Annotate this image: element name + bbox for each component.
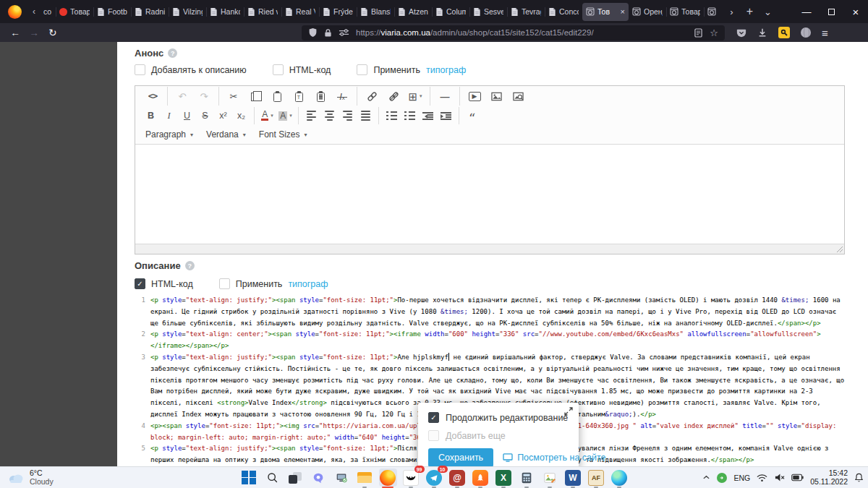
taskbar-telegram-icon[interactable]: 10 — [425, 468, 443, 487]
expand-icon[interactable] — [564, 406, 573, 419]
typograf-link[interactable]: типограф — [288, 279, 328, 289]
save-button[interactable]: Сохранить — [428, 448, 493, 466]
image-tools-button[interactable] — [507, 88, 529, 104]
browser-tab[interactable]: Hanko — [206, 3, 244, 21]
outdent-button[interactable] — [419, 108, 437, 124]
view-on-site-link[interactable]: Посмотреть на сайте — [503, 453, 605, 463]
tab-scroll-left-icon[interactable]: ‹ — [27, 7, 41, 17]
checkbox-box[interactable] — [357, 64, 367, 75]
table-button[interactable]: ⊞▾ — [404, 88, 426, 104]
checkbox-box[interactable]: ✓ — [135, 278, 145, 289]
lock-icon[interactable] — [324, 28, 332, 38]
weather-widget[interactable]: 6°C Cloudy — [7, 469, 54, 486]
taskbar-apporange-icon[interactable] — [472, 468, 490, 487]
backcolor-button[interactable]: A▾ — [276, 108, 294, 124]
cut-button[interactable]: ✂ — [223, 88, 244, 104]
forecolor-button[interactable]: A▾ — [258, 108, 276, 124]
taskbar-pc-icon[interactable] — [333, 468, 351, 487]
minimize-button[interactable]: — — [794, 0, 819, 23]
notification-bell-icon[interactable] — [854, 473, 864, 482]
remove-format-button[interactable]: Ix — [331, 88, 353, 104]
firefox-logo-icon[interactable] — [8, 5, 22, 19]
extension-globe-icon[interactable] — [801, 27, 811, 38]
underline-button[interactable]: U — [178, 108, 196, 124]
add-more-checkbox[interactable] — [428, 430, 439, 441]
browser-tab[interactable]: Footb — [93, 3, 131, 21]
font-select[interactable]: Verdana▾ — [206, 129, 246, 140]
forward-button[interactable]: → — [25, 25, 43, 40]
editor-body[interactable] — [135, 145, 844, 244]
bookmark-star-icon[interactable]: ☆ — [710, 27, 718, 38]
browser-tab[interactable]: Radni — [131, 3, 169, 21]
copy-button[interactable] — [244, 88, 266, 104]
taskbar-chat-icon[interactable] — [310, 468, 328, 487]
reader-mode-icon[interactable] — [694, 28, 702, 38]
taskbar-appred-icon[interactable]: @ — [448, 468, 467, 487]
browser-tab[interactable]: Тов× — [582, 3, 629, 21]
taskbar-start-icon[interactable] — [240, 468, 258, 487]
hr-button[interactable]: — — [434, 88, 456, 104]
close-button[interactable]: × — [843, 0, 868, 23]
source-code-button[interactable]: <> — [142, 88, 163, 104]
align-right-button[interactable] — [339, 108, 357, 124]
tab-scroll-right-icon[interactable]: › — [723, 2, 741, 21]
tracking-shield-icon[interactable] — [308, 27, 318, 38]
list-ul-button[interactable] — [401, 108, 419, 124]
taskbar-excel-icon[interactable]: X — [495, 468, 513, 487]
apply-typograf-checkbox[interactable]: Применить типограф — [357, 64, 466, 75]
continue-editing-checkbox[interactable]: ✓ — [428, 412, 439, 423]
browser-tab[interactable]: Blansk — [357, 3, 394, 21]
downloads-icon[interactable] — [757, 27, 767, 38]
pocket-icon[interactable] — [736, 27, 746, 38]
bold-button[interactable]: B — [142, 108, 160, 124]
password-extension-icon[interactable] — [778, 27, 790, 38]
browser-tab[interactable]: Real V — [281, 3, 319, 21]
format-select[interactable]: Paragraph▾ — [145, 129, 193, 140]
checkbox-box[interactable] — [219, 278, 230, 289]
indent-button[interactable] — [437, 108, 455, 124]
maximize-button[interactable] — [819, 0, 843, 23]
redo-button[interactable]: ↷ — [193, 88, 215, 104]
align-justify-button[interactable] — [357, 108, 375, 124]
unlink-button[interactable] — [383, 88, 404, 104]
browser-tab[interactable]: Conco — [545, 3, 582, 21]
media-button[interactable]: ▶ — [464, 88, 485, 104]
url-text[interactable]: https://viaria.com.ua/admin/ua/shop/cat1… — [356, 28, 594, 37]
taskbar-lingvo-icon[interactable]: АF — [587, 468, 605, 487]
taskbar-calc-icon[interactable] — [518, 468, 536, 487]
taskbar-task-icon[interactable] — [286, 468, 305, 487]
language-indicator[interactable]: ENG — [733, 474, 750, 482]
html-code-checkbox[interactable]: HTML-код — [273, 64, 331, 75]
tab-list-dropdown-icon[interactable]: ⌄ — [759, 2, 777, 21]
browser-tab[interactable]: Atzen — [394, 3, 432, 21]
blockquote-button[interactable]: “ — [463, 108, 481, 124]
subscript-button[interactable]: x₂ — [232, 108, 250, 124]
tray-chevron-up-icon[interactable] — [702, 474, 710, 481]
html-code-checkbox[interactable]: ✓HTML-код — [135, 278, 193, 289]
align-left-button[interactable] — [302, 108, 320, 124]
taskbar-word-icon[interactable]: W — [564, 468, 582, 487]
apply-typograf-checkbox[interactable]: Применить типограф — [219, 278, 328, 289]
clock[interactable]: 15:42 05.11.2022 — [810, 469, 848, 486]
help-icon[interactable]: ? — [168, 48, 177, 58]
browser-tab[interactable]: Colum — [432, 3, 469, 21]
list-ol-button[interactable] — [383, 108, 401, 124]
paste-doc-button[interactable] — [310, 88, 331, 104]
volume-muted-icon[interactable] — [774, 473, 785, 482]
superscript-button[interactable]: x² — [214, 108, 232, 124]
browser-tab[interactable]: Ried v — [244, 3, 281, 21]
taskbar-search-icon[interactable] — [263, 468, 281, 487]
antivirus-tray-icon[interactable] — [717, 473, 727, 483]
browser-tab[interactable]: Tevrag — [507, 3, 545, 21]
strikethrough-button[interactable]: S — [196, 108, 214, 124]
link-button[interactable] — [361, 88, 383, 104]
fontsize-select[interactable]: Font Sizes▾ — [259, 129, 307, 140]
italic-button[interactable]: I — [160, 108, 178, 124]
browser-tab[interactable]: co — [41, 3, 56, 21]
back-button[interactable]: ← — [6, 25, 25, 40]
battery-icon[interactable] — [791, 474, 804, 481]
taskbar-explorer-icon[interactable] — [356, 468, 374, 487]
paste-text-button[interactable]: T — [288, 88, 310, 104]
tab-close-icon[interactable]: × — [621, 8, 625, 16]
browser-tab[interactable]: Оренд — [629, 3, 666, 21]
